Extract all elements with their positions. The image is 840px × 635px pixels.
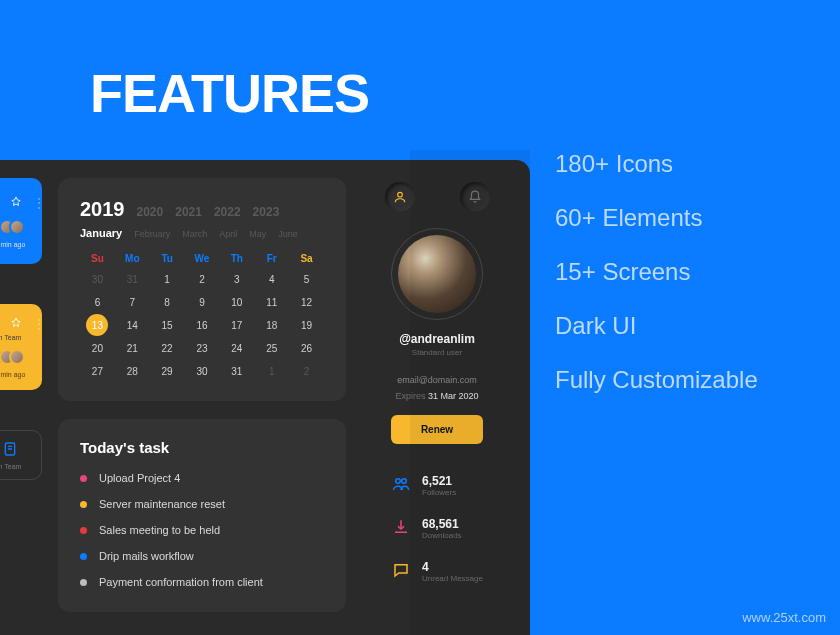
renew-button[interactable]: Renew [391,415,483,444]
calendar-day[interactable]: 25 [254,343,289,354]
chip-card[interactable]: | ⋮ 1 min ago [0,178,42,264]
task-text: Server maintenance reset [99,498,225,510]
task-dot-icon [80,527,87,534]
task-item[interactable]: Upload Project 4 [80,472,324,484]
stat-downloads[interactable]: 68,561 Downloads [392,517,512,540]
dow-cell: Tu [150,253,185,264]
calendar-day[interactable]: 19 [289,320,324,331]
calendar-day[interactable]: 5 [289,274,324,285]
month-active[interactable]: January [80,227,122,239]
stat-label: Followers [422,488,456,497]
month-option[interactable]: February [134,229,170,239]
year-option[interactable]: 2020 [137,205,164,219]
calendar-day[interactable]: 10 [219,297,254,308]
calendar-day[interactable]: 13 [86,314,108,336]
calendar-day[interactable]: 31 [219,366,254,377]
file-icon [2,441,18,461]
svg-point-3 [402,479,407,484]
month-option[interactable]: June [278,229,298,239]
calendar-panel: 2019 2020 2021 2022 2023 January Februar… [58,178,346,401]
calendar-dow: Su Mo Tu We Th Fr Sa [80,253,324,264]
dow-cell: Sa [289,253,324,264]
calendar-day[interactable]: 2 [289,366,324,377]
year-option[interactable]: 2022 [214,205,241,219]
stat-value: 68,561 [422,517,462,531]
task-item[interactable]: Sales meeting to be held [80,524,324,536]
month-option[interactable]: May [249,229,266,239]
year-active[interactable]: 2019 [80,198,125,221]
calendar-day[interactable]: 31 [115,274,150,285]
calendar-day[interactable]: 21 [115,343,150,354]
user-icon-button[interactable] [385,182,415,212]
calendar-day[interactable]: 28 [115,366,150,377]
calendar-day[interactable]: 6 [80,297,115,308]
calendar-day[interactable]: 9 [185,297,220,308]
center-column: 2019 2020 2021 2022 2023 January Februar… [58,178,346,635]
calendar-day[interactable]: 26 [289,343,324,354]
task-item[interactable]: Drip mails workflow [80,550,324,562]
chips-column: | ⋮ 1 min ago | ⋮ n Team [0,178,42,635]
followers-icon [392,475,410,496]
profile-handle: @andreanlim [399,332,475,346]
profile-email: email@domain.com [397,375,477,385]
calendar-day[interactable]: 15 [150,320,185,331]
hero-title: FEATURES [90,62,369,124]
calendar-day[interactable]: 23 [185,343,220,354]
calendar-day[interactable]: 30 [185,366,220,377]
year-selector[interactable]: 2019 2020 2021 2022 2023 [80,198,324,221]
stat-label: Unread Message [422,574,483,583]
pin-icon [10,195,22,211]
feature-list: 180+ Icons 60+ Elements 15+ Screens Dark… [555,150,758,394]
calendar-day[interactable]: 18 [254,320,289,331]
month-option[interactable]: March [182,229,207,239]
dow-cell: Mo [115,253,150,264]
calendar-day[interactable]: 22 [150,343,185,354]
stat-messages[interactable]: 4 Unread Message [392,560,512,583]
dow-cell: We [185,253,220,264]
task-text: Drip mails workflow [99,550,194,562]
calendar-day[interactable]: 29 [150,366,185,377]
calendar-day[interactable]: 1 [254,366,289,377]
calendar-day[interactable]: 11 [254,297,289,308]
calendar-day[interactable]: 24 [219,343,254,354]
calendar-day[interactable]: 2 [185,274,220,285]
calendar-day[interactable]: 1 [150,274,185,285]
tasks-title: Today's task [80,439,324,456]
dow-cell: Su [80,253,115,264]
task-text: Sales meeting to be held [99,524,220,536]
dow-cell: Th [219,253,254,264]
profile-stats: 6,521 Followers 68,561 Downloads 4 [362,474,512,583]
bell-icon-button[interactable] [460,182,490,212]
chip-team: n Team [0,334,21,341]
year-option[interactable]: 2021 [175,205,202,219]
task-item[interactable]: Server maintenance reset [80,498,324,510]
month-option[interactable]: April [219,229,237,239]
calendar-day[interactable]: 12 [289,297,324,308]
year-option[interactable]: 2023 [253,205,280,219]
calendar-day[interactable]: 7 [115,297,150,308]
profile-sidebar: @andreanlim Standard user email@domain.c… [362,178,512,635]
calendar-day[interactable]: 8 [150,297,185,308]
calendar-day[interactable]: 14 [115,320,150,331]
feature-item: 180+ Icons [555,150,758,178]
task-item[interactable]: Payment conformation from client [80,576,324,588]
calendar-day[interactable]: 17 [219,320,254,331]
task-list: Upload Project 4Server maintenance reset… [80,472,324,588]
calendar-day[interactable]: 16 [185,320,220,331]
chip-card[interactable]: | ⋮ n Team 1 min ago [0,304,42,390]
avatar[interactable] [391,228,483,320]
calendar-day[interactable]: 30 [80,274,115,285]
svg-point-1 [397,192,402,197]
calendar-day[interactable]: 4 [254,274,289,285]
chip-card[interactable]: n Team [0,430,42,480]
calendar-day[interactable]: 3 [219,274,254,285]
downloads-icon [392,518,410,539]
feature-item: 60+ Elements [555,204,758,232]
calendar-day[interactable]: 20 [80,343,115,354]
stat-value: 6,521 [422,474,456,488]
feature-item: Fully Customizable [555,366,758,394]
profile-plan: Standard user [412,348,462,357]
month-selector[interactable]: January February March April May June [80,227,324,239]
calendar-day[interactable]: 27 [80,366,115,377]
stat-followers[interactable]: 6,521 Followers [392,474,512,497]
